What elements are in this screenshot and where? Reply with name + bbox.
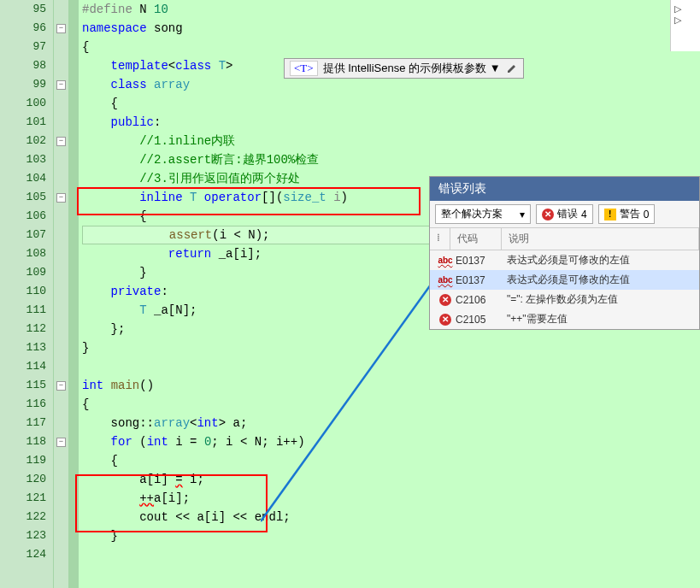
fold-toggle[interactable]: −: [56, 80, 66, 90]
error-row[interactable]: ✕C2106"=": 左操作数必须为左值: [430, 290, 699, 309]
error-row[interactable]: abcE0137表达式必须是可修改的左值: [430, 270, 699, 290]
code-line[interactable]: int main(): [82, 376, 700, 395]
error-row[interactable]: ✕C2105"++"需要左值: [430, 309, 699, 329]
error-toolbar: 整个解决方案 ▾ ✕ 错误 4 ! 警告 0: [430, 201, 699, 228]
code-line[interactable]: }: [82, 526, 700, 545]
toc-item[interactable]: ▷: [674, 3, 697, 15]
header-desc[interactable]: 说明: [502, 228, 699, 250]
intellisense-error-icon: abc: [438, 275, 452, 285]
error-row[interactable]: abcE0137表达式必须是可修改的左值: [430, 250, 699, 270]
compile-error-icon: ✕: [439, 314, 451, 326]
error-code: E0137: [456, 274, 507, 286]
error-rows: abcE0137表达式必须是可修改的左值abcE0137表达式必须是可修改的左值…: [430, 250, 699, 329]
code-line[interactable]: #define N 10: [82, 0, 700, 19]
change-margin: [68, 0, 79, 588]
toc-item[interactable]: ▷: [674, 15, 697, 26]
error-icon: ✕: [542, 209, 554, 220]
code-line[interactable]: [82, 357, 700, 376]
code-editor: 9596979899100101102103104105106107108109…: [0, 0, 700, 588]
error-description: "++"需要左值: [507, 312, 694, 326]
error-panel-title: 错误列表: [430, 177, 699, 201]
code-line[interactable]: ++a[i];: [82, 489, 700, 508]
error-list-header: ⁞ 代码 说明: [430, 228, 699, 250]
error-filter-button[interactable]: ✕ 错误 4: [536, 204, 593, 224]
pencil-icon[interactable]: [506, 62, 518, 74]
error-description: 表达式必须是可修改的左值: [507, 273, 694, 287]
error-code: C2106: [456, 294, 507, 306]
warning-icon: !: [604, 209, 616, 220]
code-line[interactable]: {: [82, 395, 700, 414]
intellisense-error-icon: abc: [438, 256, 452, 265]
fold-toggle[interactable]: −: [56, 381, 66, 391]
code-line[interactable]: song::array<int> a;: [82, 414, 700, 432]
compile-error-icon: ✕: [439, 294, 451, 306]
error-code: E0137: [456, 255, 507, 267]
fold-toggle[interactable]: −: [56, 193, 66, 203]
code-line[interactable]: {: [82, 451, 700, 470]
code-line[interactable]: //2.assert断言:越界100%检查: [82, 150, 700, 169]
code-line[interactable]: [82, 545, 700, 564]
code-line[interactable]: cout << a[i] << endl;: [82, 508, 700, 526]
code-line[interactable]: {: [82, 94, 700, 113]
header-code[interactable]: 代码: [450, 228, 502, 250]
fold-toggle[interactable]: −: [56, 24, 66, 33]
code-line[interactable]: }: [82, 338, 700, 357]
code-line[interactable]: //1.inline内联: [82, 132, 700, 150]
code-line[interactable]: a[i] = i;: [82, 470, 700, 489]
code-line[interactable]: public:: [82, 113, 700, 132]
fold-gutter: −−−−−−: [53, 0, 68, 588]
error-list-panel: 错误列表 整个解决方案 ▾ ✕ 错误 4 ! 警告 0 ⁞ 代码 说明 abcE…: [429, 176, 700, 330]
code-line[interactable]: namespace song: [82, 19, 700, 38]
header-icon-col: ⁞: [430, 228, 450, 250]
hint-tag: <T>: [290, 61, 318, 76]
error-description: "=": 左操作数必须为左值: [507, 292, 694, 307]
fold-toggle[interactable]: −: [56, 438, 66, 447]
error-description: 表达式必须是可修改的左值: [507, 253, 694, 268]
error-code: C2105: [456, 314, 507, 326]
code-line[interactable]: {: [82, 38, 700, 56]
chevron-down-icon: ▾: [520, 209, 525, 220]
fold-toggle[interactable]: −: [56, 137, 66, 146]
hint-text: 提供 IntelliSense 的示例模板参数 ▼: [323, 61, 501, 76]
code-line[interactable]: for (int i = 0; i < N; i++): [82, 432, 700, 451]
template-hint-popup[interactable]: <T> 提供 IntelliSense 的示例模板参数 ▼: [284, 58, 524, 79]
warning-filter-button[interactable]: ! 警告 0: [598, 204, 656, 224]
outline-sidebar: ▷ ▷: [670, 0, 700, 51]
scope-combo[interactable]: 整个解决方案 ▾: [435, 204, 531, 224]
line-number-gutter: 9596979899100101102103104105106107108109…: [0, 0, 53, 588]
